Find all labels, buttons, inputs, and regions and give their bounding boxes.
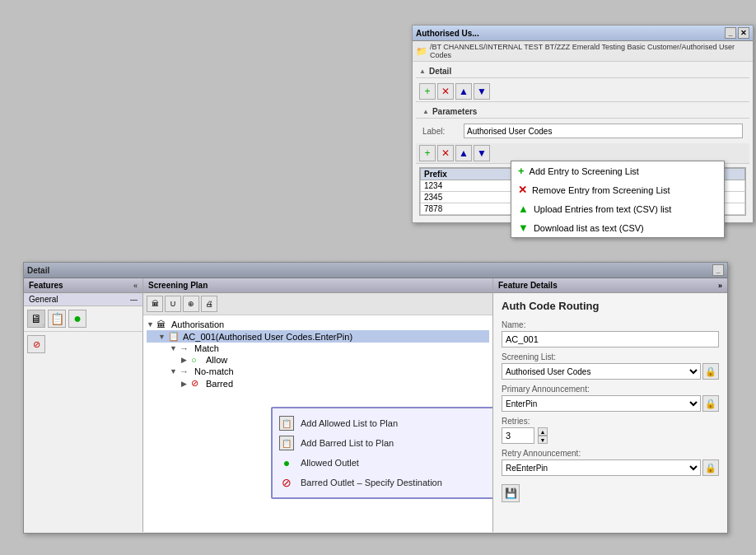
cm-download-list[interactable]: ▼ Download list as text (CSV): [511, 218, 724, 237]
main-panel-minimize-button[interactable]: _: [712, 264, 724, 276]
label-ac001: AC_001(Authorised User Codes.EnterPin): [183, 332, 352, 342]
retries-label: Retries:: [502, 417, 719, 426]
add-button[interactable]: +: [419, 83, 436, 100]
primary-announcement-group: Primary Announcement: EnterPin 🔒: [502, 385, 719, 412]
label-field-input[interactable]: [464, 124, 743, 138]
bcm-add-allowed[interactable]: 📋 Add Allowed List to Plan: [279, 413, 492, 433]
parameters-label: Parameters: [432, 107, 477, 116]
tree-view: ▼ 🏛 Authorisation ▼ 📋 AC_001(Authorised …: [143, 315, 492, 532]
retry-announcement-row: ReEnterPin 🔒: [502, 459, 719, 476]
features-label: Features: [29, 281, 63, 290]
tree-item-nomatch[interactable]: ▼ → No-match: [147, 366, 489, 377]
screening-tb-icon1[interactable]: 🏛: [147, 296, 163, 312]
cm-remove-label: Remove Entry from Screening List: [532, 185, 670, 195]
bcm-allowed-outlet-label: Allowed Outlet: [301, 458, 359, 468]
details-label: Feature Details: [498, 281, 558, 290]
main-panel-title: Detail: [27, 266, 49, 275]
tree-item-ac001[interactable]: ▼ 📋 AC_001(Authorised User Codes.EnterPi…: [147, 330, 489, 343]
bcm-barred-outlet-icon: ⊘: [279, 475, 294, 490]
feature-icon-2[interactable]: 📋: [48, 310, 66, 328]
details-expand-btn[interactable]: »: [718, 282, 722, 290]
expander-barred[interactable]: ▶: [181, 380, 191, 388]
no-entry-icon[interactable]: ⊘: [27, 335, 45, 353]
feature-icon-3[interactable]: ●: [68, 310, 86, 328]
icon-authorisation: 🏛: [156, 319, 170, 329]
retries-row: ▲ ▼: [502, 427, 719, 444]
table-up-button[interactable]: ▲: [455, 145, 472, 161]
tree-item-allow[interactable]: ▶ ○ Allow: [147, 354, 489, 366]
label-field-label: Label:: [422, 127, 464, 136]
save-btn-row: 💾: [502, 484, 719, 502]
features-section-header: General —: [24, 293, 142, 306]
bcm-allowed-outlet-icon: ●: [279, 455, 294, 470]
remove-button[interactable]: ✕: [437, 83, 454, 100]
retry-announcement-select[interactable]: ReEnterPin: [502, 459, 701, 476]
screening-list-select[interactable]: Authorised User Codes: [502, 363, 701, 380]
screening-tb-icon2[interactable]: U: [165, 296, 181, 312]
detail-label: Detail: [416, 65, 749, 78]
main-panel: Detail _ Features « General — 🖥 . 📋: [23, 262, 728, 534]
table-down-button[interactable]: ▼: [474, 145, 490, 161]
tree-item-barred[interactable]: ▶ ⊘ Barred: [147, 377, 489, 389]
feature-icon-1[interactable]: 🖥 .: [27, 310, 45, 328]
up-button[interactable]: ▲: [455, 83, 472, 100]
general-collapse-btn[interactable]: —: [130, 296, 138, 304]
feature-icon-1-glyph: 🖥: [30, 312, 42, 325]
details-panel: Feature Details » Auth Code Routing Name…: [493, 278, 727, 532]
feature-icon-1-badge: .: [43, 319, 44, 327]
screening-tb-print[interactable]: 🖨: [201, 296, 217, 312]
main-content: Features « General — 🖥 . 📋 ●: [24, 278, 727, 532]
bcm-barred-outlet[interactable]: ⊘ Barred Outlet – Specify Destination: [279, 473, 492, 492]
retries-input[interactable]: [502, 427, 534, 444]
bcm-add-allowed-label: Add Allowed List to Plan: [301, 418, 398, 428]
bcm-barred-list-icon: 📋: [279, 436, 294, 450]
features-collapse-btn[interactable]: «: [133, 282, 138, 290]
down-button[interactable]: ▼: [474, 83, 490, 100]
features-panel: Features « General — 🖥 . 📋 ●: [24, 278, 143, 532]
cm-upload-entries[interactable]: ▲ Upload Entries from text (CSV) list: [511, 199, 724, 218]
tree-item-authorisation[interactable]: ▼ 🏛 Authorisation: [147, 319, 489, 330]
cm-upload-icon: ▲: [518, 203, 529, 215]
retries-up-btn[interactable]: ▲: [538, 427, 548, 436]
cm-remove-icon: ✕: [518, 184, 527, 196]
cm-add-entry[interactable]: + Add Entry to Screening List: [511, 161, 724, 180]
label-match: Match: [194, 343, 219, 353]
feature-icon-2-glyph: 📋: [50, 312, 64, 325]
icon-nomatch: →: [180, 366, 193, 376]
breadcrumb-text: /BT CHANNELS/INTERNAL TEST BT/ZZZ Emeral…: [430, 43, 749, 59]
bcm-allowed-outlet[interactable]: ● Allowed Outlet: [279, 453, 492, 473]
expander-authorisation[interactable]: ▼: [147, 320, 156, 329]
name-group: Name:: [502, 320, 719, 347]
retries-down-btn[interactable]: ▼: [538, 436, 548, 444]
screening-toolbar: 🏛 U ⊕ 🖨: [143, 293, 492, 315]
screening-list-btn[interactable]: 🔒: [702, 363, 719, 380]
bcm-barred-outlet-label: Barred Outlet – Specify Destination: [301, 478, 442, 487]
screening-list-row: Authorised User Codes 🔒: [502, 363, 719, 380]
feature-icon-3-glyph: ●: [73, 311, 82, 326]
screening-list-label: Screening List:: [502, 352, 719, 361]
save-button[interactable]: 💾: [502, 484, 520, 502]
screening-tb-icon3[interactable]: ⊕: [183, 296, 199, 312]
tree-item-match[interactable]: ▼ → Match: [147, 343, 489, 354]
expander-allow[interactable]: ▶: [181, 356, 191, 364]
screening-panel-header: Screening Plan: [143, 278, 492, 293]
minimize-button[interactable]: _: [725, 27, 736, 39]
main-panel-titlebar: Detail _: [24, 263, 727, 278]
name-input[interactable]: [502, 331, 719, 347]
expander-ac001[interactable]: ▼: [158, 333, 168, 341]
table-remove-button[interactable]: ✕: [437, 145, 454, 161]
primary-announcement-btn[interactable]: 🔒: [702, 395, 719, 412]
bcm-add-barred[interactable]: 📋 Add Barred List to Plan: [279, 433, 492, 453]
close-button[interactable]: ✕: [738, 27, 749, 39]
cm-remove-entry[interactable]: ✕ Remove Entry from Screening List: [511, 180, 724, 199]
expander-match[interactable]: ▼: [170, 344, 180, 352]
breadcrumb: 📁 /BT CHANNELS/INTERNAL TEST BT/ZZZ Emer…: [413, 41, 753, 62]
screening-plan-label: Screening Plan: [148, 281, 208, 290]
screening-list-group: Screening List: Authorised User Codes 🔒: [502, 352, 719, 380]
primary-announcement-select[interactable]: EnterPin: [502, 395, 701, 412]
table-add-button[interactable]: +: [419, 145, 436, 161]
retry-announcement-btn[interactable]: 🔒: [702, 459, 719, 476]
details-title: Auth Code Routing: [502, 300, 719, 312]
expander-nomatch[interactable]: ▼: [170, 367, 180, 375]
details-content: Auth Code Routing Name: Screening List: …: [493, 293, 727, 532]
